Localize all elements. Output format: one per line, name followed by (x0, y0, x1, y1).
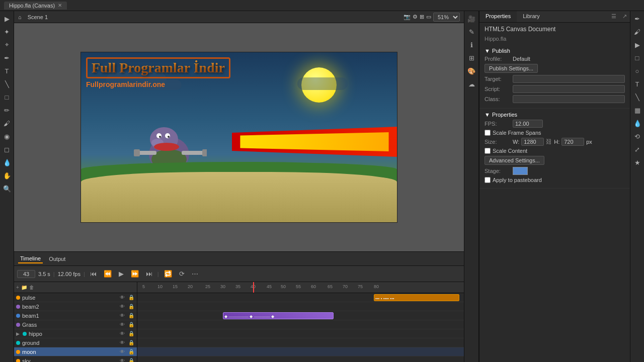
document-tab[interactable]: Hippo.fla (Canvas) ✕ (4, 2, 67, 10)
skip-back-btn[interactable]: ⏮ (88, 269, 99, 279)
pasteboard-checkbox[interactable] (485, 177, 491, 183)
star-tool[interactable]: ★ (632, 157, 643, 168)
visibility-pulse[interactable]: 👁 (119, 294, 126, 301)
tool-eyedrop[interactable]: 💧 (2, 157, 13, 168)
advanced-settings-btn[interactable]: Advanced Settings... (485, 156, 544, 165)
scale-frames-checkbox[interactable] (485, 130, 491, 136)
folder-icon[interactable]: 📁 (21, 285, 27, 290)
tool-line[interactable]: ╲ (2, 78, 13, 89)
tab-output[interactable]: Output (47, 255, 67, 263)
stage-color-swatch[interactable] (513, 167, 528, 175)
visibility-beam2[interactable]: 👁 (119, 303, 126, 310)
frame-num-60: 60 (311, 284, 316, 289)
tool-subselect[interactable]: ✦ (2, 26, 13, 37)
home-icon[interactable]: ⌂ (18, 14, 22, 20)
lock-grass[interactable]: 🔒 (128, 321, 135, 328)
tool-pencil[interactable]: ✏ (2, 105, 13, 116)
publish-arrow[interactable]: ▼ (485, 48, 490, 54)
select-tool[interactable]: ▶ (632, 39, 643, 50)
tool-text[interactable]: T (2, 65, 13, 76)
properties-arrow[interactable]: ▼ (485, 112, 490, 118)
warp-tool[interactable]: ⤢ (632, 144, 643, 155)
info-icon[interactable]: ℹ (466, 39, 477, 50)
layer-color-grass (16, 323, 20, 327)
tool-zoom[interactable]: 🔍 (2, 183, 13, 194)
tab-library[interactable]: Library (517, 11, 546, 22)
gradient-tool[interactable]: ▦ (632, 105, 643, 116)
brush-tool[interactable]: ✒ (632, 13, 643, 24)
delete-layer-icon[interactable]: 🗑 (29, 285, 34, 290)
lock-hippo[interactable]: 🔒 (128, 330, 135, 337)
target-input[interactable] (513, 75, 625, 83)
panel-options-btn[interactable]: ☰ (608, 11, 619, 22)
loop-btn[interactable]: 🔁 (162, 269, 174, 279)
width-label: W: (513, 139, 519, 145)
frame-num-20: 20 (188, 284, 193, 289)
lock-ground[interactable]: 🔒 (128, 339, 135, 346)
visibility-ground[interactable]: 👁 (119, 339, 126, 346)
more-btn[interactable]: ⋯ (190, 269, 200, 279)
tab-timeline[interactable]: Timeline (18, 254, 43, 263)
tool-arrow[interactable]: ▶ (2, 13, 13, 24)
play-btn[interactable]: ▶ (117, 269, 126, 279)
skip-fwd-btn[interactable]: ⏭ (144, 269, 154, 279)
visibility-sky[interactable]: 👁 (119, 357, 126, 363)
lock-moon[interactable]: 🔒 (128, 348, 135, 355)
visibility-beam1[interactable]: 👁 (119, 312, 126, 319)
height-input[interactable] (561, 138, 584, 146)
tool-hand[interactable]: ✋ (2, 170, 13, 181)
tool-eraser[interactable]: ◻ (2, 144, 13, 155)
text-tool[interactable]: T (632, 78, 643, 89)
settings-icon[interactable]: ⚙ (413, 14, 418, 20)
frame-number-input[interactable] (17, 270, 35, 278)
shape-tool[interactable]: □ (632, 52, 643, 63)
visibility-moon[interactable]: 👁 (119, 348, 126, 355)
script-input[interactable] (513, 85, 625, 93)
visibility-hippo[interactable]: 👁 (119, 330, 126, 337)
layer-moon[interactable]: moon 👁 🔒 (14, 347, 137, 356)
frame-icon[interactable]: ▭ (426, 14, 431, 20)
cloud-icon[interactable]: ☁ (466, 78, 477, 89)
publish-settings-btn[interactable]: Publish Settings... (485, 64, 538, 73)
layer-ground: ground 👁 🔒 (14, 338, 137, 347)
step-back-btn[interactable]: ⏪ (102, 269, 114, 279)
camera-icon[interactable]: 📷 (404, 14, 411, 20)
camera-3d-icon[interactable]: 🎥 (466, 13, 477, 24)
fps-label: FPS: (485, 121, 510, 127)
transform-tool[interactable]: ⟲ (632, 131, 643, 142)
edit-icon[interactable]: ✎ (466, 26, 477, 37)
tool-paint[interactable]: ◉ (2, 131, 13, 142)
sync-btn[interactable]: ⟳ (177, 269, 187, 279)
paint2-icon[interactable]: 🎨 (466, 65, 477, 76)
lock-pulse[interactable]: 🔒 (128, 294, 135, 301)
tool-shape[interactable]: □ (2, 92, 13, 103)
panel-expand-btn[interactable]: ↗ (619, 11, 630, 22)
link-icon[interactable]: ⛓ (546, 138, 552, 145)
width-input[interactable] (521, 138, 544, 146)
tool-lasso[interactable]: ⌖ (2, 39, 13, 50)
grid-icon[interactable]: ⊞ (420, 14, 424, 20)
line-tool[interactable]: ╲ (632, 92, 643, 103)
eyedrop-tool[interactable]: 💧 (632, 118, 643, 129)
size-row: Size: W: ⛓ H: px (485, 138, 625, 146)
class-input[interactable] (513, 95, 625, 103)
expand-icon[interactable]: ▶ (16, 331, 20, 336)
zoom-select[interactable]: 51% (433, 13, 460, 22)
step-fwd-btn[interactable]: ⏩ (129, 269, 141, 279)
layer-name-beam1: beam1 (22, 313, 117, 319)
grid2-icon[interactable]: ⊞ (466, 52, 477, 63)
new-layer-icon[interactable]: + (16, 285, 19, 290)
tab-properties[interactable]: Properties (479, 11, 517, 22)
lock-sky[interactable]: 🔒 (128, 357, 135, 363)
frame-num-45: 45 (267, 284, 272, 289)
paint-tool[interactable]: 🖌 (632, 26, 643, 37)
fps-input[interactable] (513, 120, 543, 128)
lock-beam1[interactable]: 🔒 (128, 312, 135, 319)
circle-tool[interactable]: ○ (632, 65, 643, 76)
scale-content-checkbox[interactable] (485, 148, 491, 154)
lock-beam2[interactable]: 🔒 (128, 303, 135, 310)
tool-pen[interactable]: ✒ (2, 52, 13, 63)
tool-brush[interactable]: 🖌 (2, 118, 13, 129)
close-tab-icon[interactable]: ✕ (58, 3, 62, 8)
visibility-grass[interactable]: 👁 (119, 321, 126, 328)
